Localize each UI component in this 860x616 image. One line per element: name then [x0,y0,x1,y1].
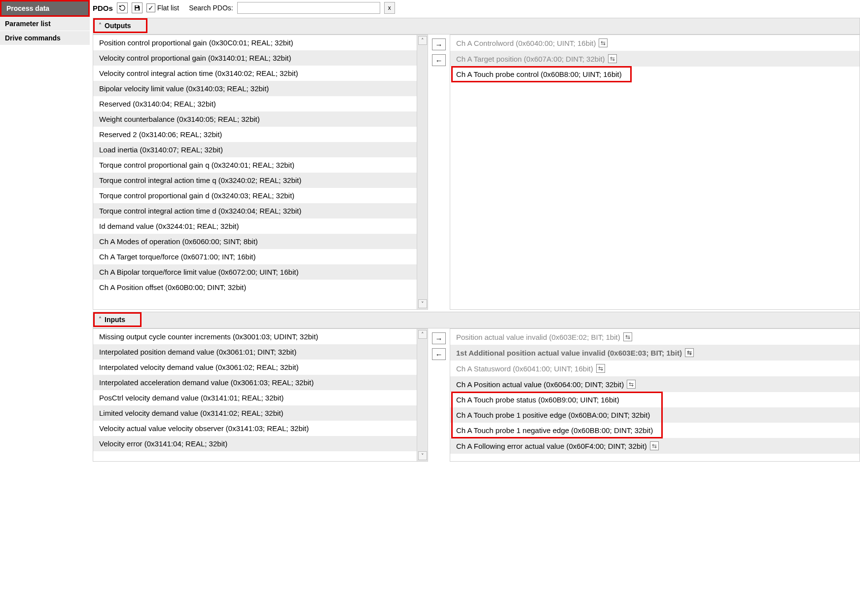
list-item[interactable]: Velocity error (0x3141:04; REAL; 32bit) [93,436,417,451]
outputs-header[interactable]: ˄ Outputs [93,18,147,33]
swap-icon[interactable]: ⇆ [650,441,659,450]
outputs-section: ˄ Outputs Position control proportional … [93,18,860,310]
swap-icon[interactable]: ⇆ [685,348,694,357]
inputs-available-list: Missing output cycle counter increments … [93,328,428,462]
search-input[interactable] [237,2,380,14]
list-item[interactable]: PosCtrl velocity demand value (0x3141:01… [93,390,417,405]
list-item[interactable]: Load inertia (0x3140:07; REAL; 32bit) [93,142,417,157]
list-item-label: Ch A Touch probe status (0x60B9:00; UINT… [456,396,619,404]
chevron-up-icon: ˄ [99,316,102,323]
list-item[interactable]: Ch A Touch probe 1 negative edge (0x60BB… [450,423,860,438]
inputs-move-controls: → ← [428,328,450,462]
swap-icon[interactable]: ⇆ [596,364,605,373]
list-item[interactable]: Ch A Touch probe control (0x60B8:00; UIN… [450,67,860,82]
list-item[interactable]: Limited velocity demand value (0x3141:02… [93,405,417,421]
list-item[interactable]: Interpolated position demand value (0x30… [93,344,417,360]
list-item[interactable]: Ch A Bipolar torque/force limit value (0… [93,264,417,280]
toolbar-title: PDOs [93,4,113,12]
list-item[interactable]: 1st Additional position actual value inv… [450,345,860,361]
refresh-icon[interactable] [117,2,128,13]
flat-list-checkbox[interactable]: ✓ Flat list [146,3,179,12]
sidebar: Process data Parameter list Drive comman… [0,0,90,464]
list-item[interactable]: Ch A Target torque/force (0x6071:00; INT… [93,249,417,264]
list-item[interactable]: Interpolated acceleration demand value (… [93,375,417,390]
list-item-label: Ch A Touch probe control (0x60B8:00; UIN… [456,70,622,78]
scrollbar[interactable]: ˄ ˅ [417,329,428,461]
sidebar-item-drive-commands[interactable]: Drive commands [0,31,90,45]
outputs-selected-list: Ch A Controlword (0x6040:00; UINT; 16bit… [450,35,860,310]
swap-icon[interactable]: ⇆ [627,380,636,389]
list-item[interactable]: Ch A Modes of operation (0x6060:00; SINT… [93,234,417,249]
list-item[interactable]: Velocity control integral action time (0… [93,66,417,81]
svg-rect-1 [136,8,139,10]
swap-icon[interactable]: ⇆ [599,38,608,47]
move-left-button[interactable]: ← [432,348,446,360]
list-item[interactable]: Reserved (0x3140:04; REAL; 32bit) [93,96,417,111]
scroll-up-icon[interactable]: ˄ [418,36,427,45]
list-item[interactable]: Position control proportional gain (0x30… [93,35,417,50]
move-left-button[interactable]: ← [432,54,446,66]
list-item[interactable]: Ch A Touch probe status (0x60B9:00; UINT… [450,392,860,407]
list-item-label: Ch A Following error actual value (0x60F… [456,442,647,450]
checkbox-icon: ✓ [146,3,155,12]
scrollbar[interactable]: ˄ ˅ [417,35,428,309]
inputs-header-label: Inputs [105,316,125,324]
list-item[interactable]: Ch A Touch probe 1 positive edge (0x60BA… [450,407,860,423]
list-item[interactable]: Ch A Target position (0x607A:00; DINT; 3… [450,51,860,67]
toolbar: PDOs ✓ Flat list Search PDOs: x [93,0,860,18]
sidebar-item-parameter-list[interactable]: Parameter list [0,17,90,31]
inputs-header[interactable]: ˄ Inputs [93,312,142,327]
list-item-label: Ch A Statusword (0x6041:00; UINT; 16bit) [456,364,593,373]
list-item-label: Position actual value invalid (0x603E:02… [456,333,620,341]
list-item[interactable]: Velocity actual value velocity observer … [93,421,417,436]
list-item[interactable]: Reserved 2 (0x3140:06; REAL; 32bit) [93,127,417,142]
list-item[interactable]: Id demand value (0x3244:01; REAL; 32bit) [93,218,417,234]
list-item[interactable]: Interpolated velocity demand value (0x30… [93,360,417,375]
list-item[interactable]: Ch A Position actual value (0x6064:00; D… [450,376,860,392]
swap-icon[interactable]: ⇆ [623,332,632,341]
save-icon[interactable] [132,2,143,13]
swap-icon[interactable]: ⇆ [608,54,617,63]
inputs-selected-list: Position actual value invalid (0x603E:02… [450,328,860,462]
list-item[interactable]: Ch A Statusword (0x6041:00; UINT; 16bit)… [450,361,860,376]
list-item[interactable]: Ch A Controlword (0x6040:00; UINT; 16bit… [450,35,860,51]
move-right-button[interactable]: → [432,332,446,344]
list-item-label: Ch A Position actual value (0x6064:00; D… [456,380,624,389]
list-item-label: Ch A Target position (0x607A:00; DINT; 3… [456,55,605,63]
list-item-label: Ch A Touch probe 1 positive edge (0x60BA… [456,411,650,419]
main: PDOs ✓ Flat list Search PDOs: x ˄ Output… [90,0,860,464]
list-item[interactable]: Bipolar velocity limit value (0x3140:03;… [93,81,417,96]
clear-search-button[interactable]: x [384,2,395,14]
flat-list-label: Flat list [157,4,179,12]
list-item-label: Ch A Controlword (0x6040:00; UINT; 16bit… [456,39,596,47]
list-item[interactable]: Torque control integral action time d (0… [93,203,417,218]
scroll-up-icon[interactable]: ˄ [418,330,427,339]
list-item[interactable]: Position actual value invalid (0x603E:02… [450,329,860,345]
inputs-section: ˄ Inputs Missing output cycle counter in… [93,312,860,462]
list-item[interactable]: Weight counterbalance (0x3140:05; REAL; … [93,111,417,127]
list-item-label: 1st Additional position actual value inv… [456,349,682,357]
list-item[interactable]: Torque control proportional gain q (0x32… [93,157,417,173]
search-label: Search PDOs: [189,4,233,12]
svg-rect-0 [136,5,138,7]
outputs-available-list: Position control proportional gain (0x30… [93,35,428,310]
list-item[interactable]: Torque control integral action time q (0… [93,173,417,188]
list-item-label: Ch A Touch probe 1 negative edge (0x60BB… [456,426,653,435]
outputs-header-label: Outputs [105,22,131,30]
chevron-up-icon: ˄ [99,22,102,29]
list-item[interactable]: Ch A Position offset (0x60B0:00; DINT; 3… [93,280,417,295]
scroll-down-icon[interactable]: ˅ [418,451,427,460]
list-item[interactable]: Ch A Following error actual value (0x60F… [450,438,860,454]
scroll-down-icon[interactable]: ˅ [418,299,427,308]
outputs-move-controls: → ← [428,35,450,310]
list-item[interactable]: Missing output cycle counter increments … [93,329,417,344]
list-item[interactable]: Velocity control proportional gain (0x31… [93,50,417,66]
move-right-button[interactable]: → [432,38,446,50]
list-item[interactable]: Torque control proportional gain d (0x32… [93,188,417,203]
sidebar-item-process-data[interactable]: Process data [0,0,90,17]
